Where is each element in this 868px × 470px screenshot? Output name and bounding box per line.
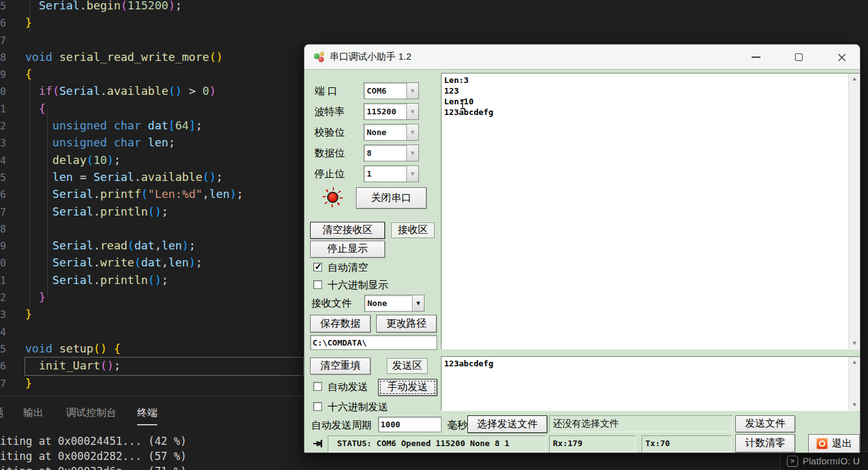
change-path-button[interactable]: 更改路径 bbox=[376, 315, 437, 332]
minimize-button[interactable] bbox=[738, 45, 774, 70]
setting-select-1[interactable]: 115200▼ bbox=[364, 103, 419, 120]
line-number: 9 bbox=[0, 68, 7, 80]
auto-send-period-input[interactable]: 1000 bbox=[378, 417, 442, 432]
setting-label-0: 端 口 bbox=[314, 85, 337, 98]
line-number: 5 bbox=[0, 172, 7, 183]
receive-area[interactable]: Len:3 123 Len:10 123abcdefg ▲ ▼ bbox=[441, 73, 860, 349]
code-line: } bbox=[25, 16, 32, 29]
scroll-down-icon[interactable]: ▼ bbox=[849, 338, 860, 349]
stop-display-button[interactable]: 停止显示 bbox=[310, 241, 385, 258]
chevron-down-icon[interactable]: ▼ bbox=[406, 104, 418, 119]
close-port-button[interactable]: 关闭串口 bbox=[356, 187, 426, 209]
auto-send-checkbox[interactable]: ✓ bbox=[313, 382, 322, 391]
line-number: 7 bbox=[0, 35, 7, 46]
line-number: 6 bbox=[0, 360, 7, 372]
scroll-down-icon[interactable]: ▼ bbox=[849, 400, 860, 410]
send-file-button[interactable]: 发送文件 bbox=[735, 415, 795, 432]
code-line: delay(10); bbox=[25, 153, 121, 167]
exit-label: 退出 bbox=[832, 437, 852, 451]
code-line: void serial_read_write_more() bbox=[25, 50, 223, 63]
chevron-down-icon[interactable]: ▼ bbox=[406, 145, 418, 161]
manual-send-button[interactable]: 手动发送 bbox=[378, 379, 437, 396]
chevron-down-icon[interactable]: ▼ bbox=[412, 295, 424, 311]
panel-tab-3[interactable]: 终端 bbox=[137, 407, 157, 425]
setting-select-4[interactable]: 1▼ bbox=[364, 165, 419, 182]
port-open-led bbox=[327, 192, 338, 203]
hex-display-checkbox[interactable]: ✓ bbox=[313, 280, 322, 289]
maximize-button[interactable] bbox=[781, 45, 816, 70]
text-cursor bbox=[460, 99, 465, 112]
code-line: Serial.write(dat,len); bbox=[25, 256, 203, 269]
setting-label-2: 校验位 bbox=[314, 126, 345, 139]
panel-tab-2[interactable]: 调试控制台 bbox=[66, 407, 116, 420]
line-number: 8 bbox=[0, 52, 7, 63]
line-number: 8 bbox=[0, 223, 7, 235]
chevron-down-icon[interactable]: ▼ bbox=[406, 124, 418, 140]
line-number: 2 bbox=[0, 292, 7, 303]
receive-file-label: 接收文件 bbox=[311, 297, 352, 310]
status-field: STATUS: COM6 Opened 115200 None 8 1 bbox=[328, 435, 546, 452]
clear-receive-button[interactable]: 清空接收区 bbox=[310, 222, 385, 239]
setting-label-4: 停止位 bbox=[314, 168, 345, 181]
hex-send-label: 十六进制发送 bbox=[328, 401, 388, 414]
code-line: unsigned char dat[64]; bbox=[25, 119, 203, 132]
scroll-up-icon[interactable]: ▲ bbox=[849, 74, 860, 84]
line-number: 7 bbox=[0, 206, 7, 218]
current-line-highlight bbox=[25, 357, 304, 376]
auto-clear-checkbox[interactable]: ✓ bbox=[313, 263, 322, 271]
setting-select-3[interactable]: 8▼ bbox=[364, 145, 419, 161]
tx-counter-field: Tx:70 bbox=[642, 435, 732, 452]
receive-scrollbar[interactable]: ▲ ▼ bbox=[849, 74, 859, 349]
setting-select-2[interactable]: None▼ bbox=[364, 124, 419, 141]
save-data-button[interactable]: 保存数据 bbox=[310, 315, 370, 332]
line-number: 7 bbox=[0, 378, 7, 390]
reset-counters-button[interactable]: 计数清零 bbox=[735, 434, 795, 452]
window-title: 串口调试小助手 1.2 bbox=[330, 51, 411, 63]
close-button[interactable] bbox=[824, 45, 859, 70]
chevron-down-icon[interactable]: ▼ bbox=[406, 166, 418, 182]
panel-divider bbox=[0, 396, 304, 396]
platformio-terminal-icon: > bbox=[787, 456, 798, 467]
exit-button[interactable]: 退出 bbox=[808, 434, 860, 453]
code-line: Serial.println(); bbox=[25, 273, 169, 287]
choose-send-file-button[interactable]: 选择发送文件 bbox=[467, 415, 547, 433]
code-line: } bbox=[25, 290, 46, 303]
line-number: 6 bbox=[0, 17, 7, 29]
setting-label-1: 波特率 bbox=[314, 106, 345, 119]
line-number: 4 bbox=[0, 155, 7, 167]
app-icon bbox=[313, 52, 325, 63]
panel-tab-1[interactable]: 输出 bbox=[23, 407, 43, 420]
terminal-output[interactable]: iting at 0x00024451... (42 %)iting at 0x… bbox=[0, 434, 302, 470]
setting-select-0[interactable]: COM6▼ bbox=[364, 82, 419, 99]
setting-value: 1 bbox=[364, 166, 406, 182]
send-area[interactable]: 123abcdefg ▲ ▼ bbox=[441, 356, 860, 411]
code-line: len = Serial.available(); bbox=[25, 170, 223, 183]
line-number: 1 bbox=[0, 103, 7, 115]
terminal-line: iting at 0x00033d6a... (71 %) bbox=[0, 464, 302, 470]
serial-assistant-window: 串口调试小助手 1.2 端 口COM6▼波特率115200▼校验位None▼数据… bbox=[304, 44, 860, 453]
code-line: Serial.begin(115200); bbox=[25, 0, 182, 12]
line-number: 0 bbox=[0, 257, 7, 269]
status-bar-platformio[interactable]: > PlatformIO: U bbox=[780, 451, 868, 470]
auto-clear-label: 自动清空 bbox=[328, 261, 368, 275]
scroll-up-icon[interactable]: ▲ bbox=[849, 357, 860, 368]
line-number: 0 bbox=[0, 85, 7, 97]
hex-send-checkbox[interactable]: ✓ bbox=[313, 402, 322, 411]
pin-icon[interactable] bbox=[313, 437, 325, 452]
chevron-down-icon[interactable]: ▼ bbox=[406, 83, 418, 99]
setting-value: 115200 bbox=[364, 104, 406, 119]
save-path-field[interactable]: C:\COMDATA\ bbox=[310, 335, 437, 350]
window-titlebar[interactable]: 串口调试小助手 1.2 bbox=[304, 45, 860, 70]
clear-send-button[interactable]: 清空重填 bbox=[310, 358, 370, 374]
line-number: 6 bbox=[0, 189, 7, 200]
hex-display-label: 十六进制显示 bbox=[328, 279, 388, 292]
line-number: 5 bbox=[0, 0, 7, 12]
receive-file-select[interactable]: None ▼ bbox=[364, 295, 425, 312]
panel-tab-0[interactable]: 题 bbox=[0, 407, 4, 420]
code-line: Serial.printf("Len:%d",len); bbox=[25, 187, 243, 200]
setting-value: 8 bbox=[364, 145, 406, 161]
code-line: } bbox=[25, 307, 32, 320]
send-scrollbar[interactable]: ▲ ▼ bbox=[849, 357, 859, 410]
receive-file-value: None bbox=[365, 295, 412, 311]
receive-zone-label: 接收区 bbox=[391, 222, 435, 238]
